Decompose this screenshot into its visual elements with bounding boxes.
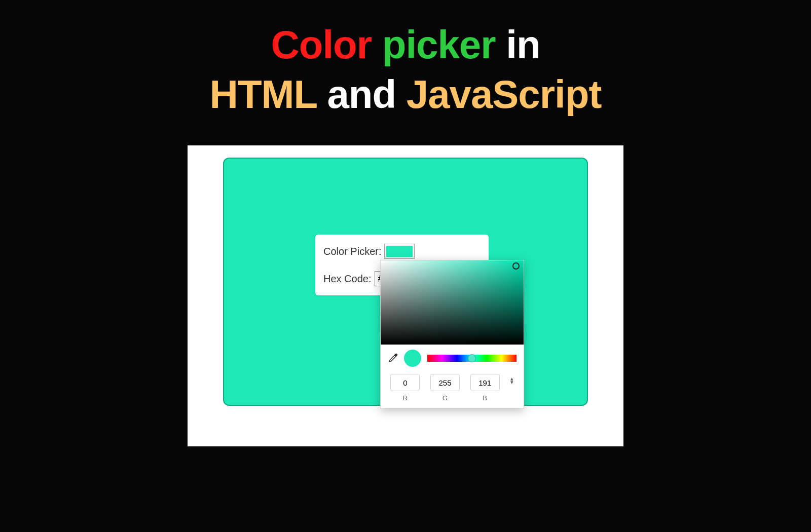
color-picker-label: Color Picker:: [323, 246, 381, 257]
rgb-r-input[interactable]: [390, 374, 420, 391]
title-word-color: Color: [271, 22, 372, 67]
rgb-r-box: R: [388, 374, 423, 402]
hue-slider[interactable]: [427, 355, 517, 362]
title-word-picker: picker: [382, 22, 496, 67]
hex-code-label: Hex Code:: [323, 273, 372, 285]
rgb-b-input[interactable]: [470, 374, 500, 391]
rgb-g-label: G: [443, 394, 448, 402]
color-picker-row: Color Picker:: [323, 244, 481, 259]
saturation-value-area[interactable]: [381, 260, 524, 345]
color-swatch-preview: [386, 246, 413, 257]
color-mode-toggle[interactable]: ▴ ▾: [507, 377, 517, 384]
hue-slider-thumb[interactable]: [468, 354, 476, 362]
title-word-html: HTML: [210, 72, 317, 117]
color-picker-popup: R G B ▴ ▾: [380, 260, 524, 408]
rgb-g-box: G: [428, 374, 463, 402]
app-frame: Color Picker: Hex Code:: [188, 145, 623, 446]
title-word-in: in: [506, 22, 540, 67]
rgb-b-label: B: [483, 394, 487, 402]
eyedropper-icon[interactable]: [388, 353, 398, 363]
sv-cursor[interactable]: [512, 262, 520, 270]
rgb-inputs-row: R G B ▴ ▾: [388, 374, 517, 402]
rgb-g-input[interactable]: [430, 374, 460, 391]
title-word-javascript: JavaScript: [407, 72, 602, 117]
chevron-down-icon: ▾: [510, 381, 513, 384]
picker-controls: R G B ▴ ▾: [381, 345, 524, 408]
current-color-swatch: [404, 350, 421, 367]
color-display-panel: Color Picker: Hex Code:: [223, 158, 588, 406]
rgb-b-box: B: [467, 374, 502, 402]
title-word-and: and: [327, 72, 396, 117]
color-picker-input[interactable]: [384, 244, 415, 259]
rgb-r-label: R: [403, 394, 408, 402]
page-title: Color picker in HTML and JavaScript: [0, 0, 811, 119]
picker-control-row: [388, 350, 517, 367]
